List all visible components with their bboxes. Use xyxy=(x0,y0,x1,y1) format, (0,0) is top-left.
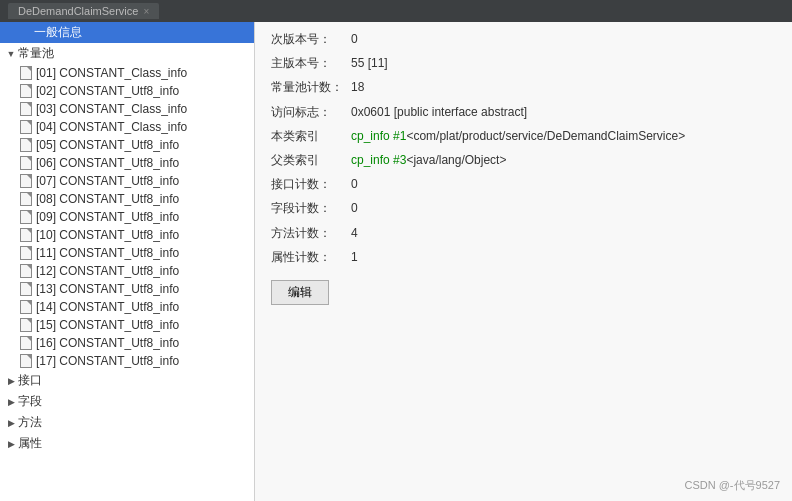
pool-item-09[interactable]: [09] CONSTANT_Utf8_info xyxy=(0,208,254,226)
pool-item-07[interactable]: [07] CONSTANT_Utf8_info xyxy=(0,172,254,190)
info-label-3: 访问标志： xyxy=(271,103,351,122)
pool-item-04[interactable]: [04] CONSTANT_Class_info xyxy=(0,118,254,136)
edit-button[interactable]: 编辑 xyxy=(271,280,329,305)
info-label-9: 属性计数： xyxy=(271,248,351,267)
info-label-1: 主版本号： xyxy=(271,54,351,73)
info-value-7: 0 xyxy=(351,199,358,218)
tree-item-property[interactable]: ▶ 属性 xyxy=(0,433,254,454)
left-panel: 一般信息 ▼ 常量池 [01] CONSTANT_Class_info[02] … xyxy=(0,22,255,501)
pool-item-label: [09] CONSTANT_Utf8_info xyxy=(36,210,179,224)
pool-item-label: [04] CONSTANT_Class_info xyxy=(36,120,187,134)
file-icon xyxy=(20,192,32,206)
pool-item-label: [15] CONSTANT_Utf8_info xyxy=(36,318,179,332)
file-icon xyxy=(20,318,32,332)
pool-item-12[interactable]: [12] CONSTANT_Utf8_info xyxy=(0,262,254,280)
pool-item-03[interactable]: [03] CONSTANT_Class_info xyxy=(0,100,254,118)
pool-item-label: [07] CONSTANT_Utf8_info xyxy=(36,174,179,188)
info-row-8: 方法计数：4 xyxy=(271,224,776,243)
info-value-0: 0 xyxy=(351,30,358,49)
info-table: 次版本号：0主版本号：55 [11]常量池计数：18访问标志：0x0601 [p… xyxy=(271,30,776,267)
watermark: CSDN @-代号9527 xyxy=(684,478,780,493)
pool-item-label: [11] CONSTANT_Utf8_info xyxy=(36,246,179,260)
info-row-4: 本类索引cp_info #1 <com/plat/product/service… xyxy=(271,127,776,146)
file-icon xyxy=(20,354,32,368)
pool-item-02[interactable]: [02] CONSTANT_Utf8_info xyxy=(0,82,254,100)
main-container: 一般信息 ▼ 常量池 [01] CONSTANT_Class_info[02] … xyxy=(0,22,792,501)
tree-item-interface[interactable]: ▶ 接口 xyxy=(0,370,254,391)
pool-item-11[interactable]: [11] CONSTANT_Utf8_info xyxy=(0,244,254,262)
tab-label: DeDemandClaimService xyxy=(18,5,138,17)
pool-item-16[interactable]: [16] CONSTANT_Utf8_info xyxy=(0,334,254,352)
info-row-0: 次版本号：0 xyxy=(271,30,776,49)
info-value-2: 18 xyxy=(351,78,364,97)
info-label-5: 父类索引 xyxy=(271,151,351,170)
info-label-8: 方法计数： xyxy=(271,224,351,243)
pool-item-label: [08] CONSTANT_Utf8_info xyxy=(36,192,179,206)
close-tab-button[interactable]: × xyxy=(143,6,149,17)
info-label-6: 接口计数： xyxy=(271,175,351,194)
interface-arrow: ▶ xyxy=(4,376,18,386)
tree-item-constant-pool[interactable]: ▼ 常量池 xyxy=(0,43,254,64)
file-icon xyxy=(20,156,32,170)
info-row-1: 主版本号：55 [11] xyxy=(271,54,776,73)
pool-item-10[interactable]: [10] CONSTANT_Utf8_info xyxy=(0,226,254,244)
pool-item-13[interactable]: [13] CONSTANT_Utf8_info xyxy=(0,280,254,298)
pool-item-08[interactable]: [08] CONSTANT_Utf8_info xyxy=(0,190,254,208)
pool-item-17[interactable]: [17] CONSTANT_Utf8_info xyxy=(0,352,254,370)
info-row-7: 字段计数：0 xyxy=(271,199,776,218)
file-icon xyxy=(20,300,32,314)
pool-item-label: [10] CONSTANT_Utf8_info xyxy=(36,228,179,242)
file-icon xyxy=(20,174,32,188)
info-path-4: <com/plat/product/service/DeDemandClaimS… xyxy=(406,127,685,146)
pool-item-label: [12] CONSTANT_Utf8_info xyxy=(36,264,179,278)
pool-item-label: [14] CONSTANT_Utf8_info xyxy=(36,300,179,314)
file-icon xyxy=(20,66,32,80)
info-path-5: <java/lang/Object> xyxy=(406,151,506,170)
tree-item-field[interactable]: ▶ 字段 xyxy=(0,391,254,412)
pool-arrow: ▼ xyxy=(4,49,18,59)
method-label: 方法 xyxy=(18,414,42,431)
info-value-3: 0x0601 [public interface abstract] xyxy=(351,103,527,122)
info-link-5[interactable]: cp_info #3 xyxy=(351,151,406,170)
info-label-2: 常量池计数： xyxy=(271,78,351,97)
constant-pool-label: 常量池 xyxy=(18,45,54,62)
info-row-6: 接口计数：0 xyxy=(271,175,776,194)
pool-item-label: [17] CONSTANT_Utf8_info xyxy=(36,354,179,368)
info-row-5: 父类索引cp_info #3 <java/lang/Object> xyxy=(271,151,776,170)
property-label: 属性 xyxy=(18,435,42,452)
info-label-7: 字段计数： xyxy=(271,199,351,218)
info-row-9: 属性计数：1 xyxy=(271,248,776,267)
file-icon xyxy=(20,102,32,116)
field-arrow: ▶ xyxy=(4,397,18,407)
pool-item-label: [01] CONSTANT_Class_info xyxy=(36,66,187,80)
property-arrow: ▶ xyxy=(4,439,18,449)
title-bar: DeDemandClaimService × xyxy=(0,0,792,22)
pool-item-01[interactable]: [01] CONSTANT_Class_info xyxy=(0,64,254,82)
pool-item-label: [16] CONSTANT_Utf8_info xyxy=(36,336,179,350)
info-value-6: 0 xyxy=(351,175,358,194)
pool-item-label: [06] CONSTANT_Utf8_info xyxy=(36,156,179,170)
pool-item-15[interactable]: [15] CONSTANT_Utf8_info xyxy=(0,316,254,334)
pool-item-06[interactable]: [06] CONSTANT_Utf8_info xyxy=(0,154,254,172)
pool-item-14[interactable]: [14] CONSTANT_Utf8_info xyxy=(0,298,254,316)
info-link-4[interactable]: cp_info #1 xyxy=(351,127,406,146)
info-label-4: 本类索引 xyxy=(271,127,351,146)
right-panel: 次版本号：0主版本号：55 [11]常量池计数：18访问标志：0x0601 [p… xyxy=(255,22,792,501)
tree-item-method[interactable]: ▶ 方法 xyxy=(0,412,254,433)
method-arrow: ▶ xyxy=(4,418,18,428)
field-label: 字段 xyxy=(18,393,42,410)
file-icon xyxy=(20,210,32,224)
info-value-8: 4 xyxy=(351,224,358,243)
pool-item-label: [03] CONSTANT_Class_info xyxy=(36,102,187,116)
info-row-3: 访问标志：0x0601 [public interface abstract] xyxy=(271,103,776,122)
interface-label: 接口 xyxy=(18,372,42,389)
file-icon xyxy=(20,138,32,152)
file-icon xyxy=(20,84,32,98)
general-info-label: 一般信息 xyxy=(34,24,82,41)
tree-item-general-info[interactable]: 一般信息 xyxy=(0,22,254,43)
pool-item-05[interactable]: [05] CONSTANT_Utf8_info xyxy=(0,136,254,154)
file-icon xyxy=(20,246,32,260)
file-tab[interactable]: DeDemandClaimService × xyxy=(8,3,159,19)
pool-item-label: [05] CONSTANT_Utf8_info xyxy=(36,138,179,152)
file-icon xyxy=(20,228,32,242)
